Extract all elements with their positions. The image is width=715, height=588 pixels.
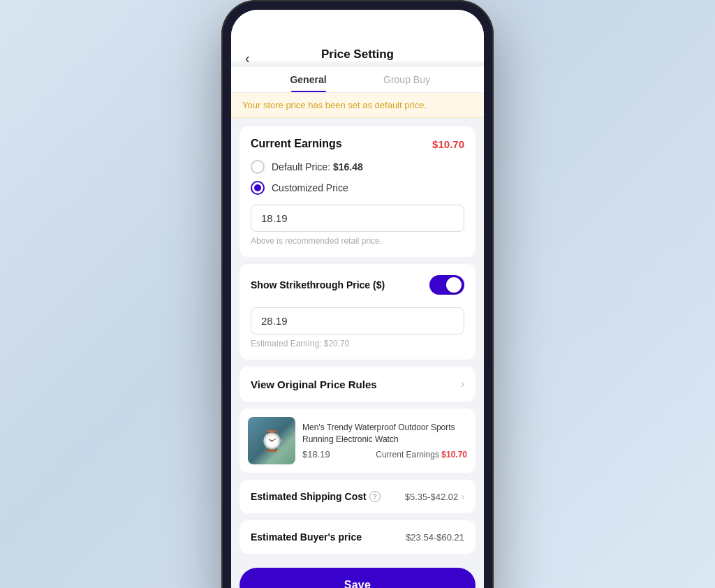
customized-price-input[interactable]: [251, 205, 464, 232]
strikethrough-price-input[interactable]: [251, 307, 464, 335]
shipping-chevron-icon: ›: [461, 491, 464, 502]
product-price-row: $18.19 Current Earnings $10.70: [302, 449, 467, 460]
product-image: ⌚: [248, 417, 295, 464]
status-bar: [231, 10, 484, 41]
product-price: $18.19: [302, 449, 330, 460]
shipping-cost-row[interactable]: Estimated Shipping Cost ? $5.35-$42.02 ›: [239, 480, 476, 513]
toggle-row: Show Strikethrough Price ($): [251, 275, 464, 295]
default-price-option[interactable]: Default Price: $16.48: [251, 160, 464, 174]
back-button[interactable]: ‹: [242, 47, 253, 69]
strikethrough-toggle[interactable]: [429, 275, 464, 295]
estimated-earning-text: Estimated Earning: $20.70: [251, 339, 464, 348]
tab-general[interactable]: General: [259, 67, 358, 92]
save-bar: Save: [231, 561, 484, 588]
phone-frame: ‹ Price Setting General Group Buy Your s…: [221, 0, 494, 588]
phone-screen: ‹ Price Setting General Group Buy Your s…: [231, 10, 484, 588]
view-price-rules-row[interactable]: View Original Price Rules ›: [239, 367, 476, 402]
shipping-info-icon: ?: [369, 491, 381, 502]
strikethrough-label: Show Strikethrough Price ($): [251, 279, 385, 291]
earnings-label: Current Earnings: [251, 138, 342, 150]
product-name: Men's Trendy Waterproof Outdoor Sports R…: [302, 422, 467, 446]
buyer-price-row: Estimated Buyer's price $23.54-$60.21: [239, 520, 476, 554]
earnings-card: Current Earnings $10.70 Default Price: $…: [239, 126, 476, 257]
notice-banner: Your store price has been set as default…: [231, 93, 484, 118]
chevron-right-icon: ›: [461, 378, 464, 390]
page-title: Price Setting: [321, 47, 394, 61]
header: ‹ Price Setting: [231, 41, 484, 61]
tabs-container: General Group Buy: [231, 67, 484, 93]
customized-price-radio[interactable]: [251, 181, 265, 195]
shipping-label: Estimated Shipping Cost ?: [251, 491, 381, 502]
buyer-price-label: Estimated Buyer's price: [251, 531, 362, 543]
earnings-row: Current Earnings $10.70: [251, 138, 464, 150]
scroll-content: Current Earnings $10.70 Default Price: $…: [231, 118, 484, 561]
product-earnings-value: $10.70: [441, 450, 467, 460]
product-earnings: Current Earnings $10.70: [376, 450, 467, 460]
default-price-label: Default Price: $16.48: [272, 161, 363, 172]
tab-group-buy[interactable]: Group Buy: [358, 67, 456, 92]
buyer-price-value: $23.54-$60.21: [406, 532, 464, 543]
shipping-value: $5.35-$42.02 ›: [405, 491, 464, 502]
strikethrough-card: Show Strikethrough Price ($) Estimated E…: [239, 264, 476, 360]
default-price-radio[interactable]: [251, 160, 265, 174]
product-info: Men's Trendy Waterproof Outdoor Sports R…: [302, 422, 467, 460]
price-rules-label: View Original Price Rules: [251, 378, 377, 390]
price-hint-text: Above is recommended retail price.: [251, 236, 464, 246]
save-button[interactable]: Save: [239, 568, 476, 588]
product-image-inner: ⌚: [248, 417, 295, 464]
customized-price-option[interactable]: Customized Price: [251, 181, 464, 195]
earnings-value: $10.70: [432, 138, 464, 150]
product-card: ⌚ Men's Trendy Waterproof Outdoor Sports…: [239, 409, 476, 473]
customized-price-label: Customized Price: [272, 182, 348, 193]
